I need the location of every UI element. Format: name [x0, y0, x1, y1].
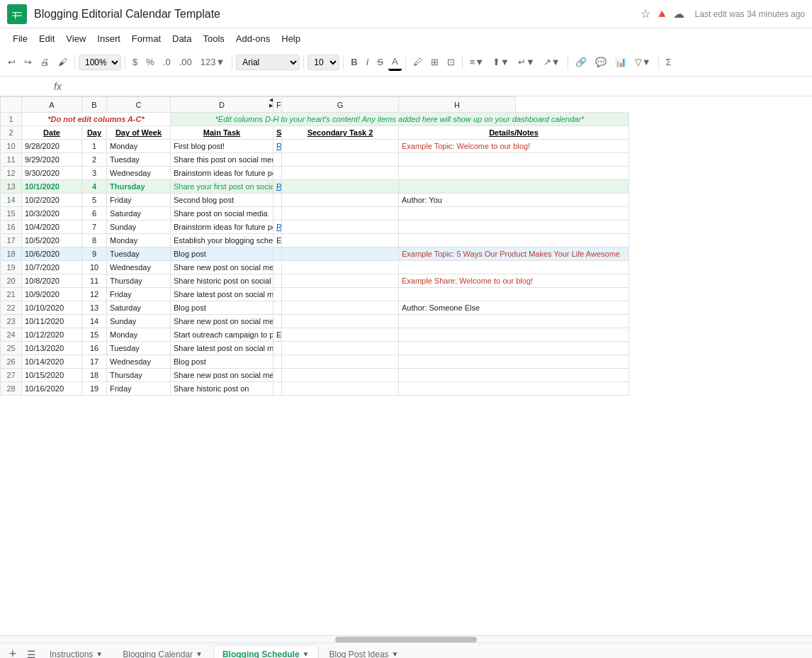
col-header-sec1[interactable]: Secondary Task 1 [274, 126, 282, 140]
table-row[interactable]: 12 9/30/2020 3 Wednesday Brainstorm idea… [1, 167, 813, 180]
date-19[interactable]: 10/7/2020 [22, 261, 82, 274]
fill-color-button[interactable]: 🖊 [410, 55, 426, 69]
notes-22[interactable]: Author: Someone Else [399, 301, 629, 315]
sec2-18[interactable] [282, 247, 399, 261]
sec1-16[interactable]: Read 'No Brainstorming R [274, 221, 282, 234]
main-28[interactable]: Share historic post on [171, 382, 274, 396]
sec2-11[interactable] [282, 153, 399, 167]
menu-view[interactable]: View [60, 32, 91, 45]
notes-18[interactable]: Example Topic: 5 Ways Our Product Makes … [399, 247, 629, 261]
dow-23[interactable]: Sunday [107, 315, 171, 328]
paint-format-button[interactable]: 🖌 [55, 55, 71, 69]
day-26[interactable]: 17 [82, 355, 107, 369]
dow-18[interactable]: Tuesday [107, 247, 171, 261]
table-row[interactable]: 10 9/28/2020 1 Monday First blog post! R… [1, 140, 813, 153]
notes-23[interactable] [399, 315, 629, 328]
dow-20[interactable]: Thursday [107, 274, 171, 288]
sec2-27[interactable] [282, 369, 399, 382]
day-20[interactable]: 11 [82, 274, 107, 288]
notes-21[interactable] [399, 288, 629, 301]
add-sheet-button[interactable]: + [4, 645, 22, 659]
notes-20[interactable]: Example Share: Welcome to our blog! [399, 274, 629, 288]
day-14[interactable]: 5 [82, 194, 107, 207]
sec1-20[interactable] [274, 274, 282, 288]
table-row[interactable]: 11 9/29/2020 2 Tuesday Share this post o… [1, 153, 813, 167]
col-d-expand-left[interactable]: ◀ [269, 97, 273, 103]
day-12[interactable]: 3 [82, 167, 107, 180]
table-row[interactable]: 19 10/7/2020 10 Wednesday Share new post… [1, 261, 813, 274]
table-row[interactable]: 23 10/11/2020 14 Sunday Share new post o… [1, 315, 813, 328]
col-header-dow[interactable]: Day of Week [107, 126, 171, 140]
main-25[interactable]: Share latest post on social media again [171, 342, 274, 355]
main-15[interactable]: Share post on social media [171, 207, 274, 221]
notes-13[interactable] [399, 180, 629, 194]
sec1-25[interactable] [274, 342, 282, 355]
scrollbar-thumb[interactable] [335, 637, 477, 642]
main-24[interactable]: Start outreach campaign to promote and b… [171, 328, 274, 342]
table-row[interactable]: 27 10/15/2020 18 Thursday Share new post… [1, 369, 813, 382]
day-17[interactable]: 8 [82, 234, 107, 247]
col-header-date[interactable]: Date [22, 126, 82, 140]
day-18[interactable]: 9 [82, 247, 107, 261]
sheet-menu-button[interactable]: ☰ [22, 645, 40, 659]
main-26[interactable]: Blog post [171, 355, 274, 369]
text-color-button[interactable]: A [388, 54, 402, 71]
day-10[interactable]: 1 [82, 140, 107, 153]
col-header-g[interactable]: H [399, 97, 516, 113]
date-26[interactable]: 10/14/2020 [22, 355, 82, 369]
menu-addons[interactable]: Add-ons [230, 32, 276, 45]
day-23[interactable]: 14 [82, 315, 107, 328]
drive-icon[interactable]: 🔺 [655, 7, 669, 21]
dow-19[interactable]: Wednesday [107, 261, 171, 274]
notes-28[interactable] [399, 382, 629, 396]
rotate-button[interactable]: ↗▼ [540, 55, 564, 69]
valign-button[interactable]: ⬆▼ [489, 55, 513, 69]
notes-26[interactable] [399, 355, 629, 369]
tab-instructions[interactable]: Instructions ▼ [40, 645, 112, 659]
sec1-21[interactable] [274, 288, 282, 301]
main-16[interactable]: Brainstorm ideas for future posts [171, 221, 274, 234]
date-17[interactable]: 10/5/2020 [22, 234, 82, 247]
date-16[interactable]: 10/4/2020 [22, 221, 82, 234]
font-size-selector[interactable]: 10 [308, 55, 339, 70]
functions-button[interactable]: Σ [662, 55, 675, 69]
table-row[interactable]: 24 10/12/2020 15 Monday Start outreach c… [1, 328, 813, 342]
notes-15[interactable] [399, 207, 629, 221]
dow-24[interactable]: Monday [107, 328, 171, 342]
chart-button[interactable]: 📊 [611, 55, 630, 69]
col-header-b[interactable]: B [82, 97, 107, 113]
table-row[interactable]: 16 10/4/2020 7 Sunday Brainstorm ideas f… [1, 221, 813, 234]
decimal-inc-button[interactable]: .00 [176, 55, 196, 69]
sec2-19[interactable] [282, 261, 399, 274]
notes-24[interactable] [399, 328, 629, 342]
sec2-20[interactable] [282, 274, 399, 288]
dow-17[interactable]: Monday [107, 234, 171, 247]
sec2-13[interactable] [282, 180, 399, 194]
sec2-23[interactable] [282, 315, 399, 328]
menu-insert[interactable]: Insert [91, 32, 126, 45]
col-header-c[interactable]: C [107, 97, 171, 113]
sec2-21[interactable] [282, 288, 399, 301]
notes-10[interactable]: Example Topic: Welcome to our blog! [399, 140, 629, 153]
sec1-12[interactable] [274, 167, 282, 180]
day-21[interactable]: 12 [82, 288, 107, 301]
tab-blogging-schedule-arrow[interactable]: ▼ [303, 650, 310, 658]
tab-blogging-calendar[interactable]: Blogging Calendar ▼ [113, 645, 212, 659]
table-row[interactable]: 17 10/5/2020 8 Monday Establish your blo… [1, 234, 813, 247]
tab-instructions-arrow[interactable]: ▼ [96, 650, 103, 658]
main-13[interactable]: Share your first post on social media ag… [171, 180, 274, 194]
sec1-22[interactable] [274, 301, 282, 315]
date-15[interactable]: 10/3/2020 [22, 207, 82, 221]
day-25[interactable]: 16 [82, 342, 107, 355]
align-button[interactable]: ≡▼ [466, 55, 487, 69]
sec1-11[interactable] [274, 153, 282, 167]
col-header-main[interactable]: Main Task [171, 126, 274, 140]
dow-27[interactable]: Thursday [107, 369, 171, 382]
main-27[interactable]: Share new post on social media [171, 369, 274, 382]
date-18[interactable]: 10/6/2020 [22, 247, 82, 261]
print-button[interactable]: 🖨 [37, 55, 53, 69]
notes-16[interactable] [399, 221, 629, 234]
menu-tools[interactable]: Tools [197, 32, 230, 45]
day-15[interactable]: 6 [82, 207, 107, 221]
day-24[interactable]: 15 [82, 328, 107, 342]
